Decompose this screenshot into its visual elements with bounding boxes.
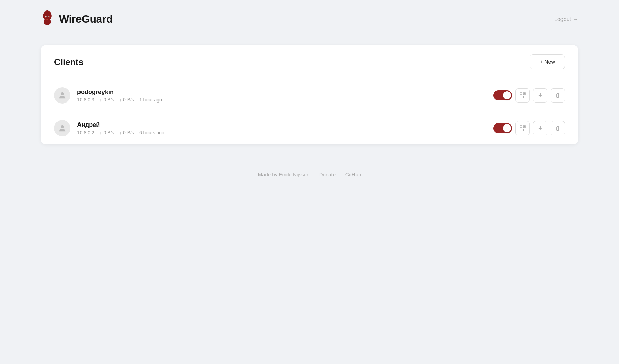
user-avatar-icon	[58, 91, 67, 100]
svg-rect-12	[525, 96, 525, 97]
client-info: Андрей 10.8.0.2 · ↓ 0 B/s · ↑ 0 B/s · 6 …	[77, 121, 493, 135]
svg-point-4	[61, 92, 64, 95]
client-upload: ↑ 0 B/s	[119, 97, 134, 103]
svg-rect-15	[524, 97, 525, 97]
trash-icon	[555, 125, 561, 131]
svg-point-2	[46, 16, 47, 17]
svg-rect-8	[524, 93, 525, 94]
client-meta: 10.8.0.3 · ↓ 0 B/s · ↑ 0 B/s · 1 hour ag…	[77, 97, 493, 103]
new-client-button[interactable]: + New	[530, 54, 565, 69]
header: WireGuard Logout →	[0, 0, 619, 38]
client-download: ↓ 0 B/s	[100, 97, 114, 103]
svg-rect-14	[525, 97, 525, 98]
separator: ·	[116, 130, 117, 135]
footer-donate-link[interactable]: Donate	[319, 172, 336, 177]
new-button-label: + New	[540, 59, 555, 65]
delete-button[interactable]	[551, 121, 565, 135]
separator: ·	[136, 130, 137, 135]
client-enable-toggle[interactable]	[493, 123, 512, 133]
svg-rect-11	[523, 96, 524, 97]
download-button[interactable]	[533, 121, 547, 135]
svg-rect-25	[523, 130, 524, 131]
svg-rect-20	[524, 126, 525, 127]
svg-rect-23	[523, 129, 524, 130]
svg-rect-13	[523, 97, 524, 98]
separator: ·	[116, 97, 117, 103]
footer: Made by Emile Nijssen · Donate · GitHub	[0, 151, 619, 191]
logo-area: WireGuard	[41, 9, 113, 29]
main-content: Clients + New podogreykin 10.8.0.3 · ↓ 0…	[0, 38, 619, 151]
qr-code-icon	[520, 125, 526, 131]
download-icon	[537, 125, 543, 131]
clients-header: Clients + New	[41, 45, 578, 79]
client-upload: ↑ 0 B/s	[119, 130, 134, 135]
client-name: podogreykin	[77, 89, 493, 96]
client-last-seen: 6 hours ago	[139, 130, 164, 135]
logout-icon: →	[573, 16, 578, 22]
download-icon	[537, 92, 543, 98]
svg-rect-24	[525, 129, 525, 130]
avatar	[54, 87, 70, 104]
qr-code-icon	[520, 92, 526, 98]
footer-sep-1: ·	[314, 172, 316, 177]
svg-point-3	[49, 16, 49, 17]
toggle-slider	[493, 90, 512, 100]
client-row: Андрей 10.8.0.2 · ↓ 0 B/s · ↑ 0 B/s · 6 …	[41, 112, 578, 144]
download-button[interactable]	[533, 88, 547, 103]
logout-button[interactable]: Logout →	[554, 16, 578, 22]
client-actions	[493, 121, 565, 135]
avatar	[54, 120, 70, 136]
separator: ·	[96, 130, 98, 135]
svg-rect-27	[524, 130, 525, 130]
user-avatar-icon	[58, 123, 67, 133]
svg-rect-26	[525, 130, 525, 131]
svg-rect-22	[521, 130, 521, 130]
wireguard-logo-icon	[41, 9, 54, 29]
separator: ·	[136, 97, 137, 103]
logout-label: Logout	[554, 16, 571, 22]
clients-title: Clients	[54, 57, 84, 67]
separator: ·	[96, 97, 98, 103]
client-actions	[493, 88, 565, 103]
svg-rect-6	[521, 93, 521, 94]
svg-rect-10	[521, 97, 521, 97]
client-last-seen: 1 hour ago	[139, 97, 162, 103]
client-name: Андрей	[77, 121, 493, 129]
client-ip: 10.8.0.2	[77, 130, 94, 135]
trash-icon	[555, 92, 561, 98]
delete-button[interactable]	[551, 88, 565, 103]
client-row: podogreykin 10.8.0.3 · ↓ 0 B/s · ↑ 0 B/s…	[41, 79, 578, 112]
footer-sep-2: ·	[340, 172, 342, 177]
toggle-slider	[493, 123, 512, 133]
svg-rect-18	[521, 126, 521, 127]
client-info: podogreykin 10.8.0.3 · ↓ 0 B/s · ↑ 0 B/s…	[77, 89, 493, 103]
clients-card: Clients + New podogreykin 10.8.0.3 · ↓ 0…	[41, 45, 578, 144]
client-download: ↓ 0 B/s	[100, 130, 114, 135]
footer-github-link[interactable]: GitHub	[345, 172, 361, 177]
qr-code-button[interactable]	[515, 121, 530, 135]
qr-code-button[interactable]	[515, 88, 530, 103]
client-enable-toggle[interactable]	[493, 90, 512, 100]
client-ip: 10.8.0.3	[77, 97, 94, 103]
logo-text: WireGuard	[59, 13, 113, 25]
client-meta: 10.8.0.2 · ↓ 0 B/s · ↑ 0 B/s · 6 hours a…	[77, 130, 493, 135]
svg-point-16	[61, 125, 64, 128]
footer-made-by: Made by Emile Nijssen	[258, 172, 310, 177]
